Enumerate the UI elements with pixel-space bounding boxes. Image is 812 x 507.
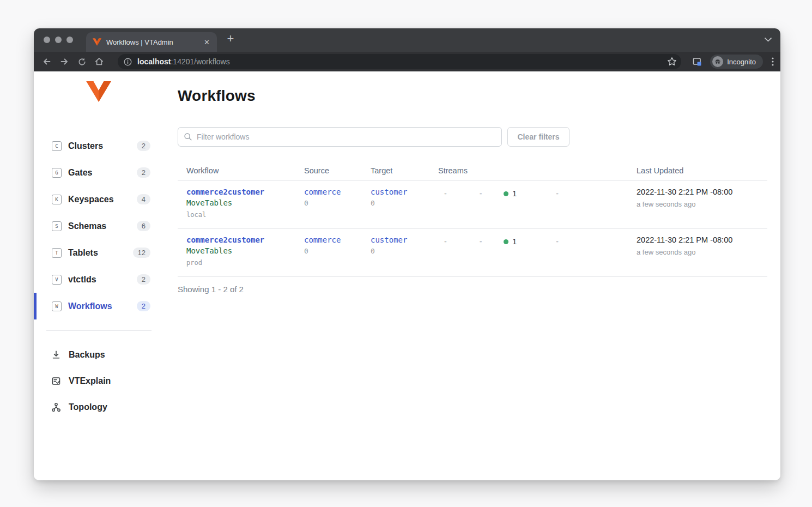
sidebar-item-workflows[interactable]: W Workflows 2	[34, 293, 178, 319]
sidebar: C Clusters 2 G Gates 2 K Keyspaces 4 S S…	[34, 71, 178, 480]
sidebar-item-label: Schemas	[68, 221, 106, 231]
sidebar-item-label: Keyspaces	[68, 195, 114, 204]
browser-window: Workflows | VTAdmin ✕ + localhost:14201/…	[34, 28, 780, 480]
download-icon	[51, 350, 62, 360]
sidebar-item-label: vtctlds	[68, 275, 96, 285]
sidebar-nav: C Clusters 2 G Gates 2 K Keyspaces 4 S S…	[34, 71, 178, 319]
vitess-logo	[86, 81, 111, 102]
address-bar[interactable]: localhost:14201/workflows	[118, 54, 681, 69]
incognito-badge: Incognito	[710, 55, 763, 69]
last-updated-relative: a few seconds ago	[637, 248, 767, 256]
schemas-letter-icon: S	[52, 221, 62, 231]
incognito-label: Incognito	[727, 58, 756, 66]
clusters-letter-icon: C	[52, 141, 62, 151]
bookmark-star-icon[interactable]	[667, 57, 677, 67]
source-keyspace: commerce	[304, 188, 362, 196]
running-status-dot	[504, 239, 508, 244]
last-updated-timestamp: 2022-11-30 2:21 PM -08:00	[637, 188, 767, 196]
last-updated-timestamp: 2022-11-30 2:21 PM -08:00	[637, 236, 767, 244]
filter-row: Clear filters	[178, 127, 780, 147]
window-minimize-dot[interactable]	[55, 37, 62, 43]
count-badge: 2	[137, 167, 150, 178]
streams-running: 1	[504, 237, 517, 246]
tab-search-chevron-icon[interactable]	[765, 38, 772, 42]
clear-filters-button[interactable]: Clear filters	[507, 127, 569, 147]
url-host: localhost	[137, 57, 171, 66]
count-badge: 6	[137, 221, 150, 231]
streams-stopped: -	[556, 237, 559, 246]
running-count: 1	[512, 237, 517, 246]
sidebar-item-label: Clusters	[68, 141, 103, 151]
document-check-icon	[51, 376, 62, 386]
sidebar-item-label: Backups	[69, 350, 105, 360]
count-badge: 2	[137, 274, 150, 285]
page-content: C Clusters 2 G Gates 2 K Keyspaces 4 S S…	[34, 71, 780, 480]
count-badge: 12	[133, 248, 150, 258]
sidebar-item-clusters[interactable]: C Clusters 2	[34, 132, 178, 159]
sidebar-item-keyspaces[interactable]: K Keyspaces 4	[34, 186, 178, 213]
sidebar-divider	[46, 330, 152, 331]
running-status-dot	[504, 191, 508, 196]
window-close-dot[interactable]	[44, 37, 50, 43]
sidebar-item-gates[interactable]: G Gates 2	[34, 159, 178, 186]
workflow-cluster: local	[186, 211, 295, 219]
url-path: :14201/workflows	[171, 57, 229, 66]
home-icon[interactable]	[92, 54, 107, 69]
running-count: 1	[512, 189, 517, 198]
target-shards: 0	[371, 247, 429, 255]
window-zoom-dot[interactable]	[66, 37, 73, 43]
sidebar-item-backups[interactable]: Backups	[34, 342, 178, 368]
workflows-table: Workflow Source Target Streams Last Upda…	[178, 161, 767, 294]
sidebar-item-vtctlds[interactable]: V vtctlds 2	[34, 266, 178, 293]
tablets-letter-icon: T	[52, 248, 62, 258]
streams-copying: -	[444, 189, 447, 198]
col-header-workflow: Workflow	[178, 166, 295, 175]
sidebar-item-schemas[interactable]: S Schemas 6	[34, 213, 178, 239]
vitess-favicon	[93, 38, 101, 46]
target-shards: 0	[371, 199, 429, 207]
workflow-type: MoveTables	[186, 246, 295, 255]
site-info-icon[interactable]	[123, 57, 132, 67]
source-shards: 0	[304, 247, 362, 255]
topology-icon	[51, 402, 62, 412]
sidebar-item-label: VTExplain	[69, 376, 111, 386]
target-keyspace: customer	[371, 236, 429, 244]
last-updated-relative: a few seconds ago	[637, 200, 767, 208]
sidebar-item-label: Tablets	[68, 248, 98, 258]
back-icon[interactable]	[39, 54, 54, 69]
streams-stopped: -	[556, 189, 559, 198]
sidebar-item-label: Gates	[68, 168, 92, 178]
col-header-streams: Streams	[429, 166, 628, 175]
col-header-source: Source	[295, 166, 362, 175]
incognito-icon	[712, 56, 723, 67]
side-panel-icon[interactable]	[692, 57, 702, 67]
table-row: commerce2customer MoveTables local comme…	[178, 181, 767, 229]
streams-cell: - - 1 -	[429, 236, 628, 246]
vtctlds-letter-icon: V	[52, 275, 62, 285]
tab-strip: Workflows | VTAdmin ✕ +	[34, 28, 780, 52]
gates-letter-icon: G	[52, 168, 62, 178]
streams-error: -	[480, 189, 482, 198]
streams-copying: -	[444, 237, 447, 246]
window-controls[interactable]	[44, 37, 73, 43]
filter-workflows-input[interactable]	[178, 127, 502, 147]
count-badge: 4	[137, 194, 150, 204]
new-tab-button[interactable]: +	[222, 32, 239, 46]
search-icon	[184, 132, 192, 141]
browser-tab[interactable]: Workflows | VTAdmin ✕	[86, 32, 217, 52]
workflows-letter-icon: W	[52, 301, 62, 311]
sidebar-item-vtexplain[interactable]: VTExplain	[34, 368, 178, 394]
sidebar-item-topology[interactable]: Topology	[34, 394, 178, 420]
table-header-row: Workflow Source Target Streams Last Upda…	[178, 161, 767, 181]
workflow-name-link[interactable]: commerce2customer	[186, 188, 295, 196]
col-header-target: Target	[362, 166, 429, 175]
source-keyspace: commerce	[304, 236, 362, 244]
tab-close-icon[interactable]: ✕	[202, 38, 211, 46]
browser-menu-icon[interactable]	[772, 57, 774, 66]
workflow-name-link[interactable]: commerce2customer	[186, 236, 295, 244]
refresh-icon[interactable]	[74, 54, 89, 69]
forward-icon[interactable]	[57, 54, 72, 69]
count-badge: 2	[137, 141, 150, 151]
tab-title: Workflows | VTAdmin	[106, 38, 202, 46]
sidebar-item-tablets[interactable]: T Tablets 12	[34, 239, 178, 266]
